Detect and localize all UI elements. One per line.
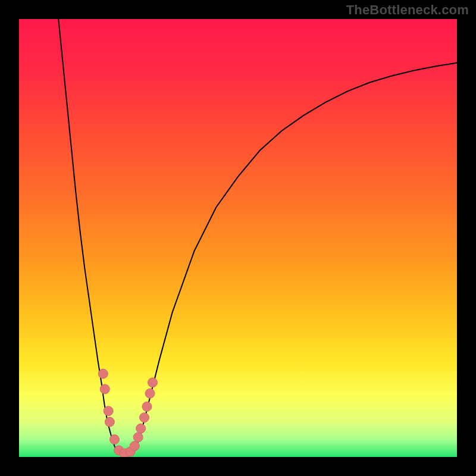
- data-marker: [145, 389, 155, 398]
- data-marker: [105, 417, 114, 427]
- data-marker: [100, 384, 109, 394]
- data-marker: [133, 433, 143, 442]
- data-marker: [130, 441, 139, 451]
- plot-area: [19, 19, 457, 457]
- data-marker: [148, 378, 157, 387]
- data-marker: [140, 413, 149, 422]
- chart-frame: TheBottleneck.com: [0, 0, 476, 476]
- data-marker: [142, 402, 152, 411]
- data-marker: [136, 424, 146, 433]
- data-marker: [109, 435, 119, 444]
- watermark-text: TheBottleneck.com: [346, 2, 469, 18]
- data-marker: [98, 369, 108, 378]
- data-marker: [104, 406, 113, 416]
- chart-svg: [19, 19, 457, 457]
- gradient-background: [19, 19, 457, 457]
